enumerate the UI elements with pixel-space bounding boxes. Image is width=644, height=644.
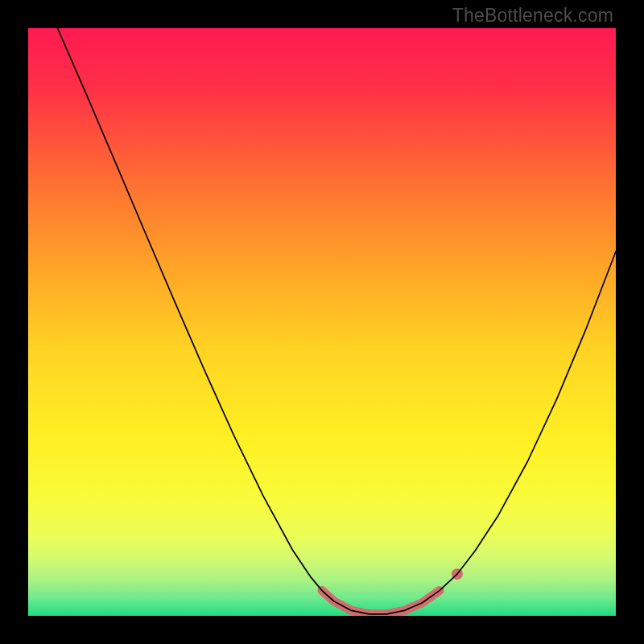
watermark-text: TheBottleneck.com [452,5,613,27]
curve-layer [28,28,616,616]
main-curve [58,28,617,614]
chart-frame: TheBottleneck.com [0,0,644,644]
plot-area [28,28,616,616]
